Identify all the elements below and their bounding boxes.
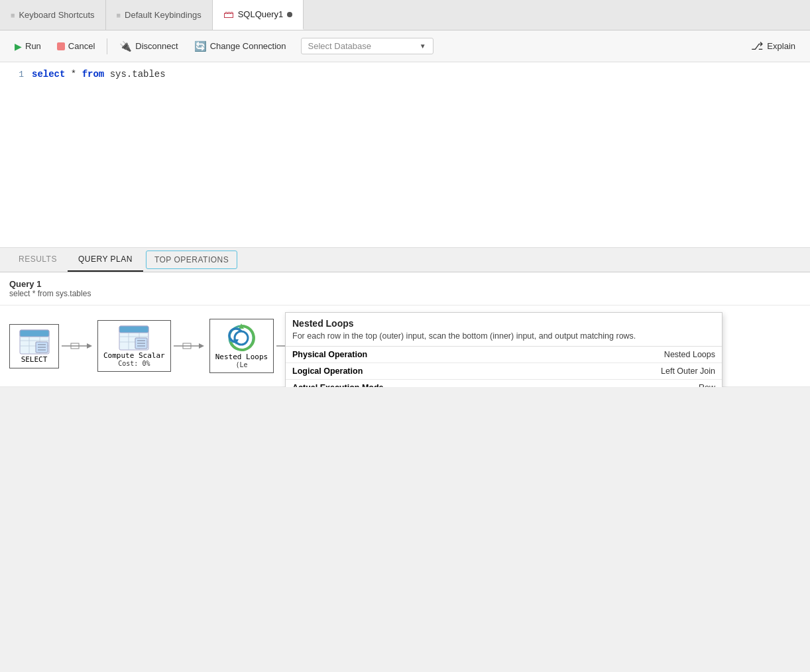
change-connection-label: Change Connection [210, 41, 286, 51]
compute-scalar-cost: Cost: 0% [118, 360, 150, 367]
cancel-button[interactable]: Cancel [50, 38, 101, 54]
disconnect-label: Disconnect [135, 41, 178, 51]
tooltip-row: Logical OperationLeft Outer Join [286, 363, 722, 380]
separator-1 [107, 38, 107, 54]
editor-line-1: 1 select * from sys.tables [0, 68, 810, 81]
toolbar: ▶ Run Cancel 🔌 Disconnect 🔄 Change Conne… [0, 30, 810, 62]
nested-loops-1-icon [225, 323, 257, 353]
svg-rect-14 [119, 326, 148, 333]
cancel-label: Cancel [68, 41, 95, 51]
select-icon [19, 329, 50, 355]
tab-results[interactable]: RESULTS [8, 248, 68, 272]
tooltip-desc: For each row in the top (outer) input, s… [286, 331, 722, 347]
tooltip-row: Physical OperationNested Loops [286, 347, 722, 363]
tooltip-row-label: Logical Operation [286, 363, 526, 380]
nested-loops-1-sub: (Le [235, 361, 247, 368]
tooltip-row-value: Row [526, 380, 722, 388]
plan-header: Query 1 select * from sys.tables [0, 272, 810, 306]
sql-editor[interactable]: 1 select * from sys.tables [0, 62, 810, 248]
disconnect-button[interactable]: 🔌 Disconnect [113, 38, 184, 55]
result-tabs: RESULTS QUERY PLAN TOP OPERATIONS [0, 248, 810, 272]
tooltip-row-label: Actual Execution Mode [286, 380, 526, 388]
arrow-2 [171, 339, 209, 353]
arrow-1 [59, 339, 97, 353]
flow-diagram: SELECT Compute Sc [0, 306, 810, 387]
explain-label: Explain [767, 41, 795, 51]
tab-bar: ≡ Keyboard Shortcuts ≡ Default Keybindin… [0, 0, 810, 30]
line-content-1: select * from sys.tables [32, 69, 166, 80]
arrow-line-1 [62, 339, 95, 353]
plan-area: Query 1 select * from sys.tables SELECT [0, 272, 810, 387]
query-text: select * from sys.tables [9, 289, 801, 298]
database-select[interactable]: Select Database ▼ [301, 38, 434, 54]
unsaved-dot [287, 12, 292, 17]
query-name: Query 1 [9, 279, 801, 289]
tab-icon-keybindings: ≡ [117, 11, 121, 19]
tab-top-operations[interactable]: TOP OPERATIONS [146, 251, 237, 269]
change-connection-icon: 🔄 [194, 40, 207, 52]
tab-default-keybindings[interactable]: ≡ Default Keybindings [106, 0, 213, 30]
run-icon: ▶ [15, 41, 22, 52]
compute-scalar-node-label: Compute Scalar [103, 351, 165, 360]
nested-loops-1-node[interactable]: Nested Loops (Le [209, 319, 274, 373]
nested-loops-1-label: Nested Loops [215, 353, 268, 361]
tab-icon-keyboard: ≡ [11, 11, 15, 19]
keyword-select: select [32, 69, 65, 80]
tab-label-keybindings: Default Keybindings [125, 10, 202, 20]
tab-sqlquery1[interactable]: 🗃 SQLQuery1 [213, 0, 304, 30]
explain-icon: ⎇ [751, 40, 763, 52]
svg-marker-11 [87, 343, 92, 349]
change-connection-button[interactable]: 🔄 Change Connection [188, 38, 293, 55]
svg-rect-1 [20, 330, 49, 337]
tooltip-title: Nested Loops [286, 313, 722, 331]
run-label: Run [25, 41, 41, 51]
tab-query-plan[interactable]: QUERY PLAN [68, 248, 143, 272]
tooltip-table: Physical OperationNested LoopsLogical Op… [286, 347, 722, 387]
select-node-label: SELECT [21, 355, 48, 364]
explain-button[interactable]: ⎇ Explain [744, 37, 802, 55]
database-select-text: Select Database [308, 41, 416, 51]
svg-marker-24 [199, 343, 204, 349]
tooltip-row-value: Nested Loops [526, 347, 722, 363]
cancel-icon [57, 42, 65, 50]
tab-keyboard-shortcuts[interactable]: ≡ Keyboard Shortcuts [0, 0, 106, 30]
tooltip-row: Actual Execution ModeRow [286, 380, 722, 388]
disconnect-icon: 🔌 [119, 40, 132, 52]
select-node[interactable]: SELECT [9, 324, 59, 368]
chevron-down-icon: ▼ [420, 42, 426, 50]
operator-star: * [71, 69, 82, 80]
tooltip-row-value: Left Outer Join [526, 363, 722, 380]
tooltip-popup: Nested Loops For each row in the top (ou… [285, 312, 723, 387]
compute-scalar-icon [118, 325, 150, 351]
compute-scalar-node[interactable]: Compute Scalar Cost: 0% [97, 320, 171, 372]
table-name: sys.tables [110, 69, 166, 80]
tab-label-keyboard: Keyboard Shortcuts [19, 10, 94, 20]
arrow-line-2 [174, 339, 207, 353]
keyword-from: from [82, 69, 105, 80]
tab-label-sqlquery1: SQLQuery1 [238, 9, 284, 19]
line-number-1: 1 [0, 70, 32, 80]
db-icon: 🗃 [223, 9, 234, 21]
run-button[interactable]: ▶ Run [8, 38, 48, 54]
tooltip-row-label: Physical Operation [286, 347, 526, 363]
